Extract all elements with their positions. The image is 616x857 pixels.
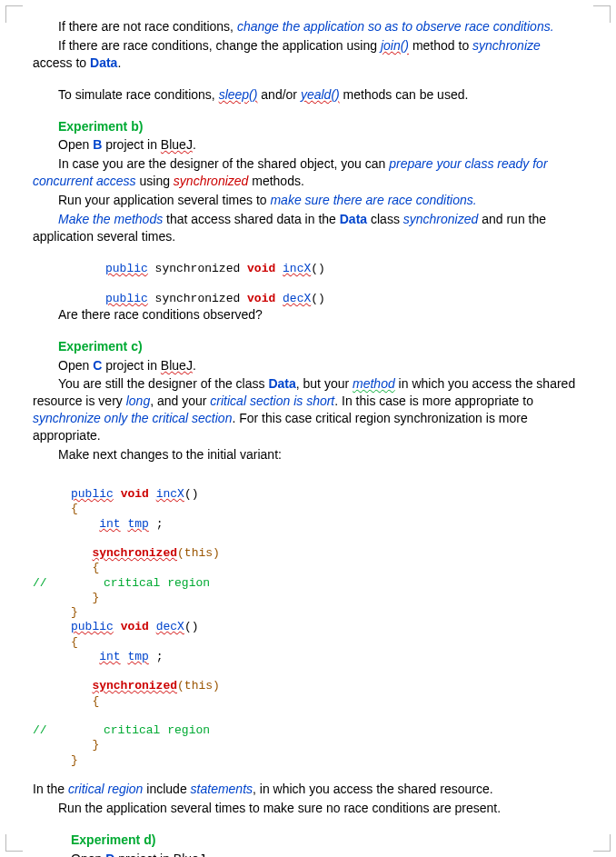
brace-open: { bbox=[92, 694, 99, 708]
method-incx: incX bbox=[283, 262, 311, 275]
tool-bluej: BlueJ bbox=[174, 852, 205, 857]
code-comment: // critical region bbox=[33, 576, 583, 591]
class-data: Data bbox=[268, 376, 295, 391]
p-join: If there are race conditions, change the… bbox=[33, 37, 583, 72]
kw-synchronized: synchronized bbox=[403, 212, 479, 226]
heading-experiment-c: Experiment c) bbox=[33, 338, 583, 355]
kw-synchronized: synchronized bbox=[92, 679, 177, 693]
text: using bbox=[136, 174, 174, 188]
emphasis: make sure there are race conditions. bbox=[270, 193, 476, 207]
kw-void: void bbox=[121, 487, 149, 501]
emphasis: synchronize only the critical section bbox=[33, 411, 232, 425]
project-d: D bbox=[105, 852, 114, 857]
method-sleep: sleep() bbox=[219, 87, 258, 102]
kw-void: void bbox=[121, 620, 149, 633]
kw-synchronized: synchronized bbox=[174, 174, 249, 188]
text: . bbox=[205, 852, 209, 857]
project-c: C bbox=[93, 358, 102, 373]
brace-open: { bbox=[71, 502, 78, 515]
text: Open bbox=[58, 358, 93, 373]
text: () bbox=[184, 620, 199, 633]
text: . bbox=[193, 137, 196, 152]
tool-bluej: BlueJ bbox=[161, 137, 193, 152]
text: Run your application several times to bbox=[58, 193, 270, 207]
this: (this) bbox=[177, 546, 220, 560]
text: Open bbox=[71, 852, 105, 857]
p-designer-c: You are still the designer of the class … bbox=[33, 375, 583, 444]
brace-open: { bbox=[92, 561, 99, 574]
tool-bluej: BlueJ bbox=[161, 358, 193, 373]
text: include bbox=[143, 782, 190, 796]
brace-close: } bbox=[71, 605, 78, 619]
kw-void: void bbox=[247, 262, 275, 275]
kw-int: int bbox=[99, 517, 120, 531]
text: You are still the designer of the class bbox=[58, 376, 268, 391]
text: synchronized bbox=[148, 262, 247, 275]
method-decx: decX bbox=[156, 620, 184, 633]
text: , in which you access the shared resourc… bbox=[253, 782, 493, 796]
text: project in bbox=[114, 852, 174, 857]
crop-mark-br bbox=[593, 834, 611, 852]
kw-public: public bbox=[105, 262, 148, 275]
crop-mark-tr bbox=[593, 5, 611, 23]
p-makechanges: Make next changes to the initial variant… bbox=[33, 446, 583, 463]
text: In the bbox=[33, 782, 68, 796]
emphasis-sync: synchronize bbox=[472, 38, 541, 53]
method-decx: decX bbox=[283, 292, 311, 305]
code-block-c3: } } bbox=[71, 738, 583, 768]
text: ; bbox=[149, 517, 164, 531]
p-criticalregion: In the critical region include statement… bbox=[33, 781, 583, 798]
code-comment: // critical region bbox=[33, 709, 583, 739]
kw-public: public bbox=[71, 620, 114, 633]
kw-int: int bbox=[99, 650, 120, 663]
p-open-b: Open B project in BlueJ. bbox=[33, 136, 583, 154]
text: () bbox=[311, 292, 325, 305]
method-incx: incX bbox=[156, 487, 184, 501]
code-block-c2: } } public void decX() { int tmp ; synch… bbox=[71, 591, 583, 709]
brace-open: { bbox=[71, 635, 78, 649]
this: (this) bbox=[177, 679, 220, 693]
text: project in bbox=[102, 358, 161, 373]
emphasis: critical section is short bbox=[210, 394, 334, 408]
p-run-b: Run your application several times to ma… bbox=[33, 192, 583, 209]
emphasis: statements bbox=[191, 782, 253, 796]
var-tmp: tmp bbox=[127, 517, 148, 531]
text: . bbox=[193, 358, 196, 373]
text: method to bbox=[409, 38, 472, 53]
p-noraces: If there are not race conditions, change… bbox=[33, 18, 583, 35]
text: project in bbox=[102, 137, 161, 152]
class-data: Data bbox=[90, 55, 117, 70]
kw-public: public bbox=[71, 487, 114, 501]
code-block-c: public void incX() { int tmp ; synchroni… bbox=[71, 473, 583, 576]
text: () bbox=[184, 487, 199, 501]
text: To simulate race conditions, bbox=[58, 87, 219, 102]
heading-experiment-d: Experiment d) bbox=[71, 832, 583, 849]
text: synchronized bbox=[148, 292, 247, 305]
text: that access shared data in the bbox=[163, 212, 340, 226]
p-simulate: To simulate race conditions, sleep() and… bbox=[33, 86, 583, 104]
text: , and your bbox=[150, 394, 210, 408]
comment: // critical region bbox=[33, 723, 210, 737]
text: . bbox=[117, 55, 121, 70]
kw-void: void bbox=[247, 292, 275, 305]
text: methods can be used. bbox=[340, 87, 469, 102]
project-b: B bbox=[93, 137, 102, 152]
word-method: method bbox=[353, 376, 395, 391]
text: class bbox=[367, 212, 403, 226]
var-tmp: tmp bbox=[127, 650, 148, 663]
text: . In this case is more appropriate to bbox=[334, 394, 533, 408]
text: access to bbox=[33, 55, 90, 70]
emphasis: change the application so as to observe … bbox=[237, 19, 554, 34]
text: ; bbox=[149, 650, 164, 663]
text: If there are race conditions, change the… bbox=[58, 38, 381, 53]
p-open-c: Open C project in BlueJ. bbox=[33, 357, 583, 374]
p-run-c: Run the application several times to mak… bbox=[33, 800, 583, 817]
text: and/or bbox=[257, 87, 300, 102]
text: If there are not race conditions, bbox=[58, 19, 237, 34]
method-join: join() bbox=[381, 38, 409, 53]
p-designer: In case you are the designer of the shar… bbox=[33, 155, 583, 190]
kw-synchronized: synchronized bbox=[92, 546, 177, 560]
p-makemethods: Make the methods that access shared data… bbox=[33, 211, 583, 245]
text: () bbox=[311, 262, 325, 275]
emphasis: critical region bbox=[68, 782, 143, 796]
